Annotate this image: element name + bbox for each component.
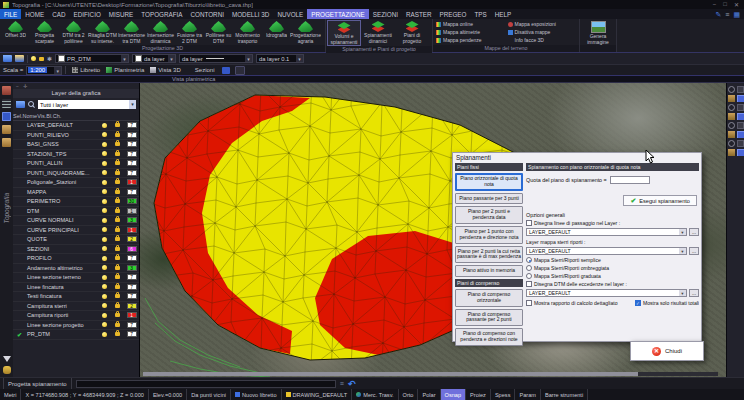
zoom-window-icon[interactable]	[737, 86, 744, 93]
status-segment[interactable]: Metri	[0, 389, 21, 400]
chiudi-button[interactable]: ✕ Chiudi	[630, 341, 704, 361]
layer-row[interactable]: ✔ CURVE PRINCIPALI 1	[13, 226, 139, 236]
layer-row[interactable]: ✔ BASI_GNSS 7	[13, 140, 139, 150]
status-segment[interactable]: Elev.=0.000	[149, 389, 187, 400]
side-tab-topografia[interactable]: Topografia	[3, 193, 10, 223]
refresh-icon[interactable]	[737, 122, 744, 129]
menu-item[interactable]: CONTORNI	[186, 9, 227, 19]
visibility-bulb-icon[interactable]	[31, 56, 36, 61]
ribbon-button[interactable]: Offset 3D	[1, 20, 30, 45]
visibility-bulb-icon[interactable]	[102, 265, 107, 270]
viewport-tab[interactable]: Vista planimetrica	[172, 76, 215, 82]
layer-row[interactable]: ✔ DTM 1	[13, 207, 139, 217]
save-folder-icon[interactable]	[15, 55, 24, 62]
visibility-bulb-icon[interactable]	[102, 123, 107, 128]
visibility-bulb-icon[interactable]	[102, 199, 107, 204]
disegna-dtm-checkbox[interactable]	[526, 281, 532, 287]
lock-icon[interactable]	[115, 323, 120, 327]
visibility-bulb-icon[interactable]	[102, 189, 107, 194]
orbit-icon[interactable]	[728, 113, 735, 120]
visibility-bulb-icon[interactable]	[102, 142, 107, 147]
zoom-realtime-icon[interactable]	[728, 86, 735, 93]
lock-icon[interactable]	[115, 142, 120, 146]
layer-folder-icon[interactable]	[16, 101, 25, 108]
status-segment[interactable]: Da punti vicini	[187, 389, 231, 400]
status-segment[interactable]: Merc. Trasv.	[352, 389, 398, 400]
grid-view-icon[interactable]: ▦	[733, 10, 740, 19]
lock-icon[interactable]	[115, 304, 120, 308]
layer-row[interactable]: ✔ Poligonale_Stazioni 1	[13, 178, 139, 188]
browse-button[interactable]: ...	[689, 228, 699, 236]
layer-row[interactable]: ✔ PR_DTM 7	[13, 330, 139, 340]
scale-combo[interactable]: 1:200	[26, 66, 62, 75]
menu-item[interactable]: FILE	[0, 9, 21, 19]
lock-icon[interactable]	[115, 123, 120, 127]
open-folder-icon[interactable]	[3, 55, 12, 62]
lock-icon[interactable]	[115, 152, 120, 156]
zoom-in-icon[interactable]	[728, 95, 735, 102]
layer-color-box[interactable]: 7	[127, 293, 137, 299]
browse-button[interactable]: ...	[689, 247, 699, 255]
ribbon-map-item[interactable]: Info facce 3D	[508, 36, 560, 44]
lock-icon[interactable]	[115, 313, 120, 317]
color-combo[interactable]: da layer	[132, 54, 176, 63]
rapporto-checkbox[interactable]	[526, 300, 532, 306]
ribbon-button[interactable]: Fusione tra 2 DTM	[175, 20, 204, 45]
layer-color-box[interactable]: 7	[127, 189, 137, 195]
lock-icon[interactable]	[115, 237, 120, 241]
layer-row[interactable]: ✔ Linee sezione progetto 7	[13, 321, 139, 331]
piano-button[interactable]: Piano passante per 3 punti	[455, 193, 523, 205]
ribbon-map-item[interactable]: Mappa online	[436, 20, 488, 28]
ribbon-button[interactable]: Volumi e spianamenti	[327, 20, 361, 46]
menu-item[interactable]: NUVOLE	[273, 9, 307, 19]
properties-icon[interactable]	[2, 86, 11, 95]
undo-icon[interactable]: ↶	[348, 379, 356, 389]
layer-color-box[interactable]: 1	[127, 227, 137, 233]
layer-color-box[interactable]: 7	[127, 170, 137, 176]
list-icon[interactable]: ≡	[725, 10, 729, 19]
lock-icon[interactable]	[115, 161, 120, 165]
visibility-bulb-icon[interactable]	[102, 208, 107, 213]
split-view-icon[interactable]	[222, 67, 230, 74]
ribbon-button[interactable]: Spianamenti dinamici	[361, 20, 395, 46]
visibility-bulb-icon[interactable]	[102, 332, 107, 337]
layout-icon[interactable]	[235, 66, 245, 75]
layer-color-box[interactable]: 1	[127, 312, 137, 318]
layer-color-box[interactable]: 7	[127, 151, 137, 157]
visibility-bulb-icon[interactable]	[102, 303, 107, 308]
piano-compenso-button[interactable]: Piano di compenso orizzontale	[455, 289, 523, 307]
layer-color-box[interactable]: 30	[127, 198, 137, 204]
status-segment[interactable]: Spess	[491, 389, 516, 400]
filter-icon[interactable]	[3, 356, 11, 362]
zoom-out-icon[interactable]	[737, 95, 744, 102]
radio-icon[interactable]	[526, 273, 532, 279]
layer-color-box[interactable]: 2	[127, 303, 137, 309]
select-window-icon[interactable]	[728, 122, 735, 129]
menu-item[interactable]: HELP	[491, 9, 515, 19]
status-segment[interactable]: Proiez	[466, 389, 491, 400]
piano-button[interactable]: Piano per 2 punti e pendenza data	[455, 206, 523, 224]
layer-color-box[interactable]: 7	[127, 331, 137, 337]
layer-row[interactable]: ✔ SEZIONI 6	[13, 245, 139, 255]
status-segment[interactable]: Barre strumenti	[541, 389, 588, 400]
lock-icon[interactable]	[115, 285, 120, 289]
piano-button[interactable]: Piano per 2 punti la cui retta passante …	[455, 246, 523, 264]
risultati-checkbox[interactable]	[635, 300, 641, 306]
visibility-bulb-icon[interactable]	[102, 170, 107, 175]
status-segment[interactable]: Nuovo libretto	[231, 389, 282, 400]
pan-icon[interactable]	[737, 104, 744, 111]
menu-item[interactable]: HOME	[21, 9, 48, 19]
ribbon-button[interactable]: Progettazione agraria	[291, 20, 320, 45]
current-layer-combo[interactable]: PR_DTM	[55, 54, 129, 63]
disegna-linee-checkbox[interactable]	[526, 220, 532, 226]
menu-item[interactable]: EDIFICIO	[70, 9, 105, 19]
mappa-radio-option[interactable]: Mappa Sterri/Riporti semplice	[526, 257, 699, 263]
layer-color-box[interactable]: 6	[127, 246, 137, 252]
close-button[interactable]: ✕	[734, 1, 739, 8]
minimize-button[interactable]: −	[713, 1, 717, 8]
command-input[interactable]	[76, 380, 336, 388]
visibility-bulb-icon[interactable]	[102, 256, 107, 261]
customize-icon[interactable]: ✎	[715, 10, 721, 19]
settings-icon[interactable]	[728, 149, 735, 156]
layer-color-box[interactable]: 1	[127, 208, 137, 214]
